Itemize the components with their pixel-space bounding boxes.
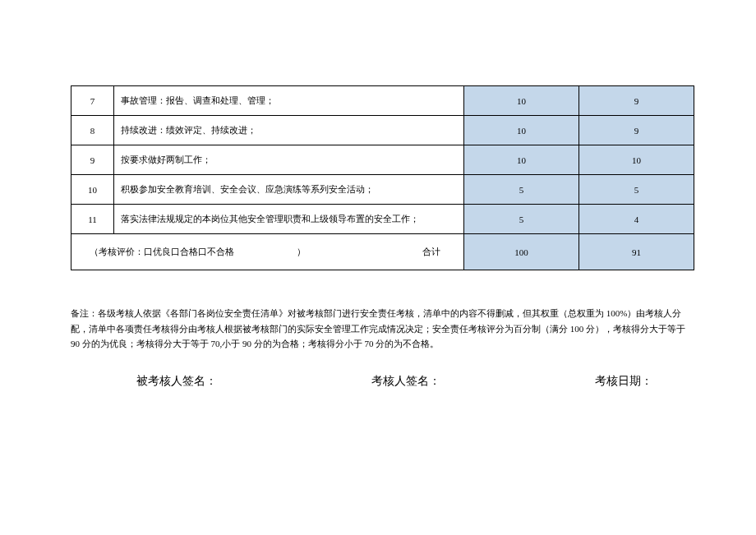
assessment-table: 7 事故管理：报告、调查和处理、管理； 10 9 8 持续改进：绩效评定、持续改… — [71, 85, 694, 270]
signatures-row: 被考核人签名： 考核人签名： 考核日期： — [71, 374, 694, 389]
row-description: 积极参加安全教育培训、安全会议、应急演练等系列安全活动； — [114, 175, 464, 205]
row-number: 11 — [71, 205, 114, 234]
evaluation-label: （考核评价：口优良口合格口不合格 — [90, 246, 234, 258]
row-score: 9 — [579, 116, 694, 145]
row-weight: 10 — [464, 86, 579, 116]
row-score: 4 — [579, 205, 694, 234]
notes-text: 备注：各级考核人依据《各部门各岗位安全责任清单》对被考核部门进行安全责任考核，清… — [71, 306, 694, 352]
row-description: 按要求做好两制工作； — [114, 145, 464, 175]
table-row: 10 积极参加安全教育培训、安全会议、应急演练等系列安全活动； 5 5 — [71, 175, 694, 205]
row-number: 10 — [71, 175, 114, 205]
table-row: 11 落实法律法规规定的本岗位其他安全管理职责和上级领导布置的安全工作； 5 4 — [71, 205, 694, 234]
row-weight: 5 — [464, 205, 579, 234]
table-row: 8 持续改进：绩效评定、持续改进； 10 9 — [71, 116, 694, 145]
row-weight: 10 — [464, 145, 579, 175]
row-number: 9 — [71, 145, 114, 175]
row-score: 5 — [579, 175, 694, 205]
total-weight: 100 — [464, 234, 579, 270]
assessment-table-container: 7 事故管理：报告、调查和处理、管理； 10 9 8 持续改进：绩效评定、持续改… — [71, 85, 694, 270]
row-description: 事故管理：报告、调查和处理、管理； — [114, 86, 464, 116]
row-score: 10 — [579, 145, 694, 175]
table-row: 9 按要求做好两制工作； 10 10 — [71, 145, 694, 175]
row-score: 9 — [579, 86, 694, 116]
total-score: 91 — [579, 234, 694, 270]
row-description: 持续改进：绩效评定、持续改进； — [114, 116, 464, 145]
examiner-signature-label: 考核人签名： — [371, 374, 440, 389]
assessment-date-label: 考核日期： — [595, 374, 652, 389]
summary-row: （考核评价：口优良口合格口不合格 ） 合计 100 91 — [71, 234, 694, 270]
row-number: 8 — [71, 116, 114, 145]
row-description: 落实法律法规规定的本岗位其他安全管理职责和上级领导布置的安全工作； — [114, 205, 464, 234]
row-weight: 10 — [464, 116, 579, 145]
evaluation-paren: ） — [297, 247, 306, 256]
row-number: 7 — [71, 86, 114, 116]
row-weight: 5 — [464, 175, 579, 205]
table-row: 7 事故管理：报告、调查和处理、管理； 10 9 — [71, 86, 694, 116]
examinee-signature-label: 被考核人签名： — [136, 374, 217, 389]
summary-label-cell: （考核评价：口优良口合格口不合格 ） 合计 — [71, 234, 464, 270]
total-label: 合计 — [422, 246, 457, 258]
